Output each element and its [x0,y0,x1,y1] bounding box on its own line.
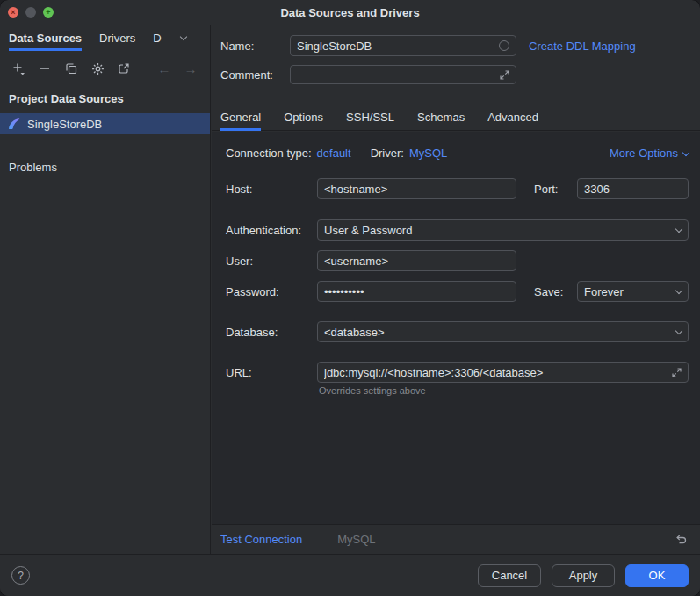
add-button[interactable] [11,61,26,76]
port-input[interactable] [584,183,682,196]
database-combobox[interactable]: <database> [317,321,689,342]
main-panel: Name: Create DDL Mapping Comment: Genera… [212,25,700,554]
port-label: Port: [534,183,577,196]
connection-status-bar: Test Connection MySQL [212,524,700,554]
url-input[interactable] [324,366,672,379]
sidebar-tab-truncated[interactable]: D [153,25,161,51]
general-tab-content: Connection type: default Driver: MySQL M… [212,132,700,524]
back-button[interactable]: ← [156,61,172,76]
authentication-row: Authentication: User & Password [226,219,689,241]
external-link-icon [118,62,130,75]
chevron-down-icon [675,286,682,293]
url-label: URL: [226,366,317,379]
data-sources-dialog: × + Data Sources and Drivers Data Source… [0,0,700,596]
user-label: User: [226,255,317,268]
project-data-sources-heading: Project Data Sources [0,84,210,111]
forward-button[interactable]: → [183,61,198,76]
problems-section-label[interactable]: Problems [9,161,57,174]
save-select[interactable]: Forever [577,281,689,302]
apply-button[interactable]: Apply [552,564,615,587]
make-global-button[interactable] [116,61,132,76]
user-field[interactable] [317,250,516,271]
chevron-down-icon [682,148,689,155]
password-field[interactable] [317,281,516,302]
host-row: Host: Port: [226,178,689,199]
sidebar-tabs: Data Sources Drivers D [0,25,210,51]
host-label: Host: [226,183,317,196]
comment-field[interactable] [290,65,516,84]
dialog-buttons: Cancel Apply OK [478,564,689,587]
password-label: Password: [226,285,317,298]
help-button[interactable]: ? [11,566,30,585]
url-field[interactable] [317,362,689,383]
titlebar: × + Data Sources and Drivers [0,0,700,25]
authentication-value: User & Password [324,224,412,237]
password-row: Password: Save: Forever [226,281,689,302]
traffic-lights: × + [0,7,54,18]
data-source-item-singlestoredb[interactable]: SingleStoreDB [0,113,210,134]
zoom-button[interactable]: + [43,7,54,18]
sidebar-tab-data-sources[interactable]: Data Sources [9,25,82,51]
expand-icon[interactable] [672,368,682,377]
undo-icon [675,533,688,546]
duplicate-button[interactable] [63,61,79,76]
authentication-label: Authentication: [226,224,317,237]
sidebar-tabs-overflow-button[interactable] [181,25,186,51]
host-field[interactable] [317,178,516,199]
close-button[interactable]: × [8,7,18,18]
dialog-footer: ? Cancel Apply OK [0,554,700,596]
chevron-down-icon [179,32,186,39]
copy-icon [65,62,77,75]
settings-tabs: General Options SSH/SSL Schemas Advanced [212,104,700,131]
remove-button[interactable] [37,61,53,76]
driver-value-link[interactable]: MySQL [409,147,447,160]
chevron-down-icon [675,225,682,232]
connection-type-label: Connection type: [226,147,312,160]
plus-icon [11,61,25,75]
expand-icon[interactable] [500,70,509,80]
host-input[interactable] [324,183,509,196]
minus-icon [39,62,51,75]
authentication-select[interactable]: User & Password [317,219,689,241]
sidebar-tab-drivers[interactable]: Drivers [99,25,135,51]
tab-ssh-ssl[interactable]: SSH/SSL [346,104,394,130]
url-row: URL: [226,362,689,383]
database-label: Database: [226,326,317,339]
create-ddl-mapping-link[interactable]: Create DDL Mapping [529,39,636,53]
connection-type-value-link[interactable]: default [317,147,351,160]
tab-general[interactable]: General [220,104,261,131]
singlestore-icon [7,117,21,131]
tab-schemas[interactable]: Schemas [417,104,465,130]
minimize-button [25,7,36,18]
port-field[interactable] [577,178,689,199]
comment-input[interactable] [297,68,500,82]
save-value: Forever [584,285,624,298]
name-input[interactable] [297,39,494,53]
cancel-button[interactable]: Cancel [478,564,541,587]
save-label: Save: [534,285,577,298]
name-row: Name: Create DDL Mapping [220,35,688,56]
user-input[interactable] [324,255,509,268]
settings-button[interactable] [90,61,105,76]
connection-type-row: Connection type: default Driver: MySQL M… [226,142,689,163]
more-options-button[interactable]: More Options [610,147,689,160]
driver-name-muted: MySQL [337,533,375,546]
sidebar-toolbar: ← → [0,51,210,84]
tab-advanced[interactable]: Advanced [487,104,538,130]
name-field[interactable] [290,35,516,56]
ok-button[interactable]: OK [625,564,689,587]
comment-row: Comment: [220,65,516,84]
sidebar: Data Sources Drivers D [0,25,211,554]
password-input[interactable] [324,285,509,298]
revert-button[interactable] [675,533,688,546]
user-row: User: [226,250,689,271]
more-options-label: More Options [610,147,678,160]
database-value: <database> [324,326,385,339]
gear-icon [91,62,105,75]
chevron-down-icon [675,327,682,334]
driver-label: Driver: [371,147,404,160]
url-hint: Overrides settings above [319,385,426,396]
name-status-circle-icon [499,40,509,51]
test-connection-link[interactable]: Test Connection [220,533,302,546]
tab-options[interactable]: Options [284,104,323,130]
